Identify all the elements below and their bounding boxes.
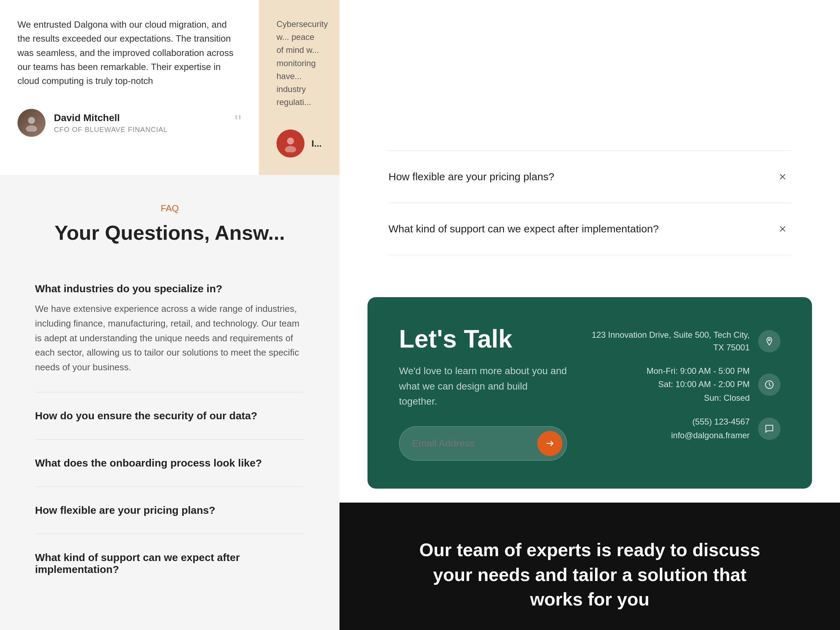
- email-input[interactable]: [412, 438, 537, 449]
- email-form: [399, 426, 567, 461]
- contact-subtitle: We'd love to learn more about you and wh…: [399, 363, 567, 409]
- faq-item-5[interactable]: What kind of support can we expect after…: [35, 534, 305, 593]
- faq-title: Your Questions, Answ...: [35, 221, 305, 244]
- hours-line-1: Mon-Fri: 9:00 AM - 5:00 PM: [588, 364, 750, 377]
- address-text: 123 Innovation Drive, Suite 500, Tech Ci…: [592, 330, 750, 352]
- clock-icon: [764, 380, 774, 390]
- faq-item-4[interactable]: How flexible are your pricing plans?: [35, 487, 305, 534]
- phone-email-text: (555) 123-4567 info@dalgona.framer: [588, 415, 750, 442]
- faq-right-item-1[interactable]: How flexible are your pricing plans?: [388, 150, 791, 203]
- faq-question-2: How do you ensure the security of our da…: [35, 410, 305, 422]
- faq-answer-1: We have extensive experience across a wi…: [35, 302, 305, 374]
- svg-point-0: [28, 117, 35, 124]
- faq-question-1: What industries do you specialize in?: [35, 283, 305, 295]
- author-title-1: CFO OF BLUEWAVE FINANCIAL: [54, 126, 167, 134]
- hours-info-text: Mon-Fri: 9:00 AM - 5:00 PM Sat: 10:00 AM…: [588, 364, 750, 404]
- svg-point-2: [287, 137, 294, 145]
- address-info-text: 123 Innovation Drive, Suite 500, Tech Ci…: [588, 328, 750, 354]
- submit-button[interactable]: [537, 431, 562, 456]
- cta-section: Our team of experts is ready to discuss …: [339, 503, 840, 630]
- faq-item-3[interactable]: What does the onboarding process look li…: [35, 440, 305, 487]
- faq-label: FAQ: [35, 203, 305, 214]
- clock-icon-circle: [758, 373, 780, 396]
- phone-text: (555) 123-4567: [588, 415, 750, 428]
- expand-icon-1[interactable]: [774, 168, 791, 185]
- svg-point-3: [285, 146, 296, 152]
- faq-right-section: How flexible are your pricing plans? Wha…: [339, 0, 840, 283]
- faq-right-item-2[interactable]: What kind of support can we expect after…: [388, 203, 791, 255]
- testimonial-text-2: Cybersecurity w... peace of mind w... mo…: [276, 17, 322, 109]
- expand-icon-2[interactable]: [774, 221, 791, 237]
- contact-section: Let's Talk We'd love to learn more about…: [368, 297, 812, 489]
- faq-item-2[interactable]: How do you ensure the security of our da…: [35, 392, 305, 440]
- faq-right-question-1: How flexible are your pricing plans?: [388, 171, 554, 183]
- faq-item-1[interactable]: What industries do you specialize in? We…: [35, 265, 305, 392]
- email-text: info@dalgona.framer: [588, 429, 750, 442]
- hours-line-3: Sun: Closed: [588, 391, 750, 404]
- faq-question-3: What does the onboarding process look li…: [35, 457, 305, 469]
- avatar-1: [17, 109, 46, 137]
- contact-phone-item: (555) 123-4567 info@dalgona.framer: [588, 415, 780, 442]
- contact-info: 123 Innovation Drive, Suite 500, Tech Ci…: [588, 325, 780, 442]
- testimonial-text-1: We entrusted Dalgona with our cloud migr…: [17, 17, 242, 88]
- faq-right-question-2: What kind of support can we expect after…: [388, 223, 659, 235]
- faq-question-5: What kind of support can we expect after…: [35, 552, 305, 575]
- author-name-2: I...: [311, 138, 322, 149]
- avatar-2: [276, 129, 305, 158]
- svg-point-1: [26, 125, 37, 132]
- cta-text: Our team of experts is ready to discuss …: [415, 538, 765, 611]
- contact-left: Let's Talk We'd love to learn more about…: [399, 325, 567, 461]
- testimonial-card-1: We entrusted Dalgona with our cloud migr…: [0, 0, 259, 175]
- contact-title: Let's Talk: [399, 325, 567, 353]
- quote-icon-1: ": [235, 110, 242, 133]
- faq-question-4: How flexible are your pricing plans?: [35, 504, 305, 516]
- contact-hours-item: Mon-Fri: 9:00 AM - 5:00 PM Sat: 10:00 AM…: [588, 364, 780, 404]
- svg-point-4: [769, 339, 771, 341]
- hours-line-2: Sat: 10:00 AM - 2:00 PM: [588, 377, 750, 391]
- author-name-1: David Mitchell: [54, 112, 167, 123]
- chat-icon: [764, 424, 774, 434]
- location-icon: [764, 336, 774, 346]
- location-icon-circle: [758, 330, 780, 352]
- chat-icon-circle: [758, 418, 780, 440]
- faq-left-section: FAQ Your Questions, Answ... What industr…: [0, 175, 339, 607]
- contact-address-item: 123 Innovation Drive, Suite 500, Tech Ci…: [588, 328, 780, 354]
- testimonial-card-2: Cybersecurity w... peace of mind w... mo…: [259, 0, 339, 175]
